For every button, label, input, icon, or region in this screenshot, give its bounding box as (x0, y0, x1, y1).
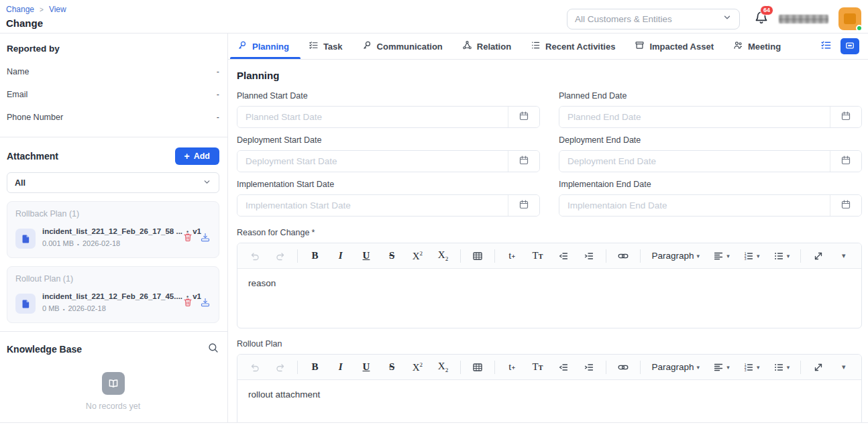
alignment-icon (713, 362, 724, 373)
superscript-button[interactable]: X2 (409, 247, 426, 265)
subscript-button[interactable]: X2 (435, 247, 452, 265)
outdent-icon (558, 251, 569, 261)
implementation-start-date-input[interactable] (237, 195, 508, 216)
outdent-button[interactable] (555, 247, 572, 265)
download-file-button[interactable] (200, 232, 211, 245)
calendar-icon (519, 155, 529, 168)
more-button[interactable]: ▾ (835, 247, 853, 265)
tab-impacted-asset[interactable]: Impacted Asset (634, 34, 714, 59)
reason-editor-content[interactable]: reason (237, 269, 861, 328)
card-view-button[interactable] (840, 38, 859, 54)
download-file-button[interactable] (200, 297, 211, 310)
breadcrumb-view[interactable]: View (49, 5, 66, 14)
bulleted-list-button[interactable]: ▾ (771, 358, 793, 377)
attachment-card-rollback: Rollback Plan (1) incident_list_221_12_F… (7, 201, 219, 258)
capitalization-button[interactable]: TT (529, 247, 546, 265)
superscript-button[interactable]: X2 (409, 358, 426, 377)
attachment-title: Attachment (7, 151, 58, 162)
planned-start-date-label: Planned Start Date (237, 91, 540, 101)
underline-button[interactable]: U (358, 358, 375, 377)
bulleted-list-button[interactable]: ▾ (771, 247, 793, 265)
file-icon (15, 294, 36, 314)
tab-recent-activities[interactable]: Recent Activities (530, 34, 616, 59)
planned-start-date-calendar-button[interactable] (508, 107, 539, 127)
bold-button[interactable]: B (307, 358, 324, 377)
expand-button[interactable] (810, 358, 827, 377)
numbered-list-button[interactable]: 123▾ (741, 358, 763, 377)
breadcrumb: Change > View (6, 5, 66, 14)
redo-button[interactable] (272, 247, 289, 265)
implementation-end-date-calendar-button[interactable] (830, 195, 861, 216)
capitalization-button[interactable]: TT (529, 358, 546, 377)
breadcrumb-change[interactable]: Change (6, 5, 34, 14)
file-date: 2026-02-18 (83, 239, 120, 247)
indent-button[interactable] (580, 247, 598, 265)
expand-button[interactable] (810, 247, 827, 265)
undo-button[interactable] (246, 247, 264, 265)
deployment-end-date-input[interactable] (559, 151, 830, 172)
link-button[interactable] (614, 358, 632, 377)
reported-by-name-row: Name - (7, 67, 219, 76)
knowledge-base-search-button[interactable] (207, 342, 219, 356)
reported-by-title: Reported by (7, 44, 219, 54)
planned-start-date-input[interactable] (237, 107, 508, 127)
insert-table-button[interactable] (469, 247, 486, 265)
add-attachment-button[interactable]: + Add (175, 147, 220, 165)
bold-button[interactable]: B (307, 247, 324, 265)
subscript-button[interactable]: X2 (435, 358, 452, 377)
numbered-list-button[interactable]: 123▾ (741, 247, 763, 265)
avatar[interactable] (838, 7, 861, 30)
font-size-button[interactable]: t+ (503, 358, 521, 377)
alignment-button[interactable]: ▾ (710, 358, 733, 377)
chevron-down-icon: ▾ (726, 253, 730, 259)
redo-button[interactable] (272, 358, 289, 377)
tab-planning[interactable]: Planning (237, 34, 290, 59)
italic-button[interactable]: I (332, 358, 349, 377)
file-name[interactable]: incident_list_221_12_Feb_26_17_58 ... (42, 227, 182, 235)
deployment-end-date-calendar-button[interactable] (830, 151, 861, 172)
implementation-start-date-calendar-button[interactable] (508, 195, 539, 216)
italic-button[interactable]: I (332, 247, 349, 265)
tab-task[interactable]: Task (308, 34, 343, 59)
deployment-end-date-label: Deployment End Date (559, 135, 862, 145)
notifications-button[interactable]: 64 (754, 10, 769, 27)
customer-filter-select[interactable]: All Customers & Entities (567, 9, 740, 29)
alignment-button[interactable]: ▾ (710, 247, 733, 265)
bulleted-list-icon (773, 362, 784, 373)
rollout-editor-content[interactable]: rollout attachment (237, 380, 861, 422)
more-button[interactable]: ▾ (835, 358, 853, 377)
undo-button[interactable] (246, 358, 264, 377)
implementation-end-date-input[interactable] (559, 195, 830, 216)
user-name (779, 15, 828, 23)
delete-file-button[interactable] (182, 232, 193, 245)
insert-table-button[interactable] (469, 358, 486, 377)
planned-end-date-input[interactable] (559, 107, 830, 127)
delete-file-button[interactable] (182, 297, 193, 310)
link-button[interactable] (614, 247, 632, 265)
tab-communication[interactable]: Communication (362, 34, 443, 59)
calendar-icon (519, 111, 529, 123)
planned-end-date-calendar-button[interactable] (830, 107, 861, 127)
paragraph-dropdown[interactable]: Paragraph▾ (649, 247, 703, 265)
attachment-filter-select[interactable]: All (7, 172, 219, 193)
toolbar-divider (460, 361, 461, 374)
paragraph-dropdown[interactable]: Paragraph▾ (649, 358, 703, 377)
alignment-icon (713, 251, 724, 261)
deployment-start-date-input[interactable] (237, 151, 508, 172)
list-view-button[interactable] (820, 40, 832, 53)
empty-text: No records yet (7, 402, 219, 411)
card-view-icon (845, 40, 855, 53)
font-size-button[interactable]: t+ (503, 247, 521, 265)
calendar-icon (840, 155, 851, 168)
planning-icon (237, 40, 248, 52)
indent-button[interactable] (580, 358, 598, 377)
strikethrough-button[interactable]: S (383, 358, 400, 377)
implementation-end-date-label: Implementaion End Date (559, 180, 862, 189)
tab-relation[interactable]: Relation (462, 34, 512, 59)
underline-button[interactable]: U (358, 247, 375, 265)
strikethrough-button[interactable]: S (383, 247, 400, 265)
deployment-start-date-calendar-button[interactable] (508, 151, 539, 172)
file-name[interactable]: incident_list_221_12_Feb_26_17_45.... (42, 292, 182, 300)
outdent-button[interactable] (555, 358, 572, 377)
tab-meeting[interactable]: Meeting (733, 34, 781, 59)
